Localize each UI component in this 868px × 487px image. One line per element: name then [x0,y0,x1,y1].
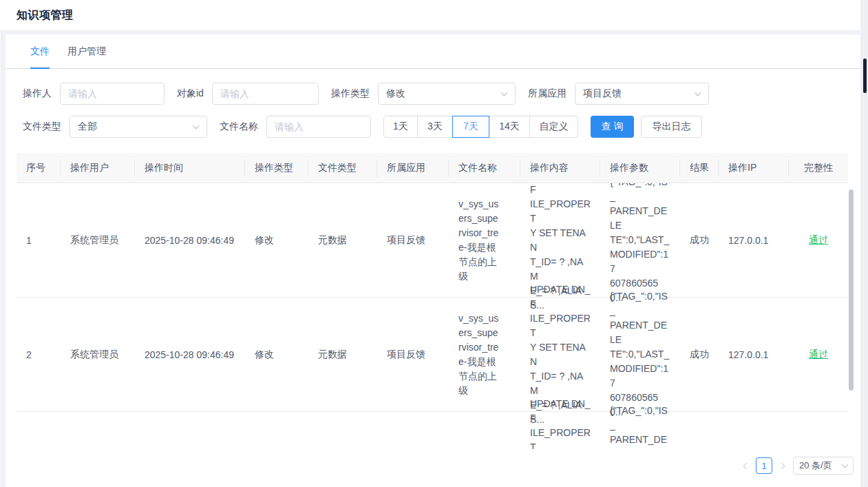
filter-row-2: 文件类型 全部 文件名称 1天 3天 7天 14天 自定义 查 询 导出日志 [6,116,860,138]
col-header-result: 结果 [680,153,719,183]
cell-result: 成功 [680,349,719,361]
file-name-label: 文件名称 [220,121,258,133]
query-button[interactable]: 查 询 [591,116,634,138]
cell-file-type: 元数据 [308,234,377,247]
page-size-value: 20 条/页 [799,459,832,472]
filter-op-type: 操作类型 修改 [331,83,516,105]
page-scrollbar[interactable] [860,0,868,487]
col-header-params: 操作参数 [600,153,680,183]
pagination-page-1[interactable]: 1 [756,457,772,474]
filter-file-type: 文件类型 全部 [23,116,207,138]
app-value: 项目反馈 [583,87,622,100]
page-size-select[interactable]: 20 条/页 [793,457,854,475]
operator-input[interactable] [60,83,165,105]
col-header-no: 序号 [17,153,61,183]
file-type-select[interactable]: 全部 [70,116,207,138]
export-log-button[interactable]: 导出日志 [641,116,702,138]
file-type-value: 全部 [78,121,97,133]
object-id-label: 对象id [177,87,204,100]
col-header-integrity: 完整性 [789,153,848,183]
app-label: 所属应用 [528,87,567,100]
cell-params: {"TAG_":0,"IS_ PARENT_DELE TE":0,"LAST_ … [600,404,680,449]
day-button-custom[interactable]: 自定义 [529,116,578,138]
col-header-file-type: 文件类型 [308,153,377,183]
filter-object-id: 对象id [177,83,319,105]
cell-app: 项目反馈 [377,234,449,247]
cell-file-name: v_sys_us ers_supe rvisor_tre e-我是根 节点的上 … [449,311,520,398]
integrity-pass-link[interactable]: 通过 [809,234,828,245]
table-vertical-scrollbar[interactable] [849,189,854,391]
page-header: 知识项管理 [0,0,860,30]
op-type-label: 操作类型 [331,87,370,100]
page-title: 知识项管理 [17,8,74,23]
filter-app: 所属应用 项目反馈 [528,83,709,105]
filter-file-name: 文件名称 [220,116,371,138]
filter-operator: 操作人 [23,83,165,105]
col-header-file-name: 文件名称 [449,153,520,183]
cell-content: UPDATE DN_F ILE_PROPERT Y SET TENAN T_ID… [520,397,600,450]
cell-ip: 127.0.0.1 [719,235,789,246]
tab-user-label: 用户管理 [67,45,106,58]
day-button-14d[interactable]: 14天 [489,116,530,138]
day-range-button-group: 1天 3天 7天 14天 自定义 [383,116,578,138]
log-table: 序号 操作用户 操作时间 操作类型 文件类型 所属应用 文件名称 操作内容 操作… [17,153,848,449]
cell-user: 系统管理员 [61,234,135,247]
tab-user-management[interactable]: 用户管理 [67,34,106,68]
col-header-op-type: 操作类型 [245,153,308,183]
pagination: 1 20 条/页 [6,457,860,475]
left-edge-divider [0,30,1,487]
table-body[interactable]: 1 系统管理员 2025-10-28 09:46:49 修改 元数据 项目反馈 … [17,183,848,449]
app-select[interactable]: 项目反馈 [575,83,709,105]
chevron-down-icon [694,90,701,96]
col-header-content: 操作内容 [520,153,600,183]
cell-app: 项目反馈 [377,349,449,361]
object-id-input[interactable] [212,83,319,105]
cell-result: 成功 [680,234,719,247]
day-button-7d[interactable]: 7天 [452,116,489,138]
day-button-3d[interactable]: 3天 [417,116,453,138]
cell-op-type: 修改 [245,349,308,361]
page-scrollbar-thumb[interactable] [863,59,867,93]
table-header: 序号 操作用户 操作时间 操作类型 文件类型 所属应用 文件名称 操作内容 操作… [17,153,848,183]
pagination-prev-icon[interactable] [741,457,750,474]
chevron-down-icon [500,90,507,96]
cell-op-type: 修改 [245,234,308,247]
table-row: 1 系统管理员 2025-10-28 09:46:49 修改 元数据 项目反馈 … [17,183,848,298]
chevron-down-icon [193,123,200,129]
table-row: UPDATE DN_F ILE_PROPERT Y SET TENAN T_ID… [17,412,848,449]
col-header-time: 操作时间 [135,153,245,183]
cell-time: 2025-10-28 09:46:49 [135,235,245,246]
chevron-down-icon [842,462,849,468]
cell-file-name: v_sys_us ers_supe rvisor_tre e-我是根 节点的上 … [449,197,520,284]
cell-time: 2025-10-28 09:46:49 [135,349,245,360]
cell-params: {"TAG_":0,"IS_ PARENT_DELE TE":0,"LAST_ … [600,289,680,419]
col-header-user: 操作用户 [61,153,135,183]
cell-params: {"TAG_":0,"IS_ PARENT_DELE TE":0,"LAST_ … [600,183,680,305]
cell-file-type: 元数据 [308,349,377,361]
file-name-input[interactable] [266,116,371,138]
op-type-value: 修改 [386,87,405,100]
cell-user: 系统管理员 [61,349,135,361]
cell-no: 1 [17,235,61,246]
tab-file[interactable]: 文件 [30,34,50,68]
day-button-1d[interactable]: 1天 [383,116,418,138]
integrity-pass-link[interactable]: 通过 [809,349,828,360]
tab-file-label: 文件 [30,45,50,58]
table-row: 2 系统管理员 2025-10-28 09:46:49 修改 元数据 项目反馈 … [17,298,848,412]
cell-ip: 127.0.0.1 [719,349,789,360]
op-type-select[interactable]: 修改 [378,83,516,105]
col-header-ip: 操作IP [719,153,789,183]
col-header-app: 所属应用 [377,153,449,183]
filter-row-1: 操作人 对象id 操作类型 修改 所属应用 项目反馈 [6,83,860,105]
content-card: 文件 用户管理 操作人 对象id 操作类型 修改 所属应用 项目反馈 [6,34,860,487]
pagination-next-icon[interactable] [779,457,787,474]
operator-label: 操作人 [23,87,52,100]
file-type-label: 文件类型 [23,121,61,133]
cell-no: 2 [17,349,61,360]
tab-bar: 文件 用户管理 [6,34,860,69]
